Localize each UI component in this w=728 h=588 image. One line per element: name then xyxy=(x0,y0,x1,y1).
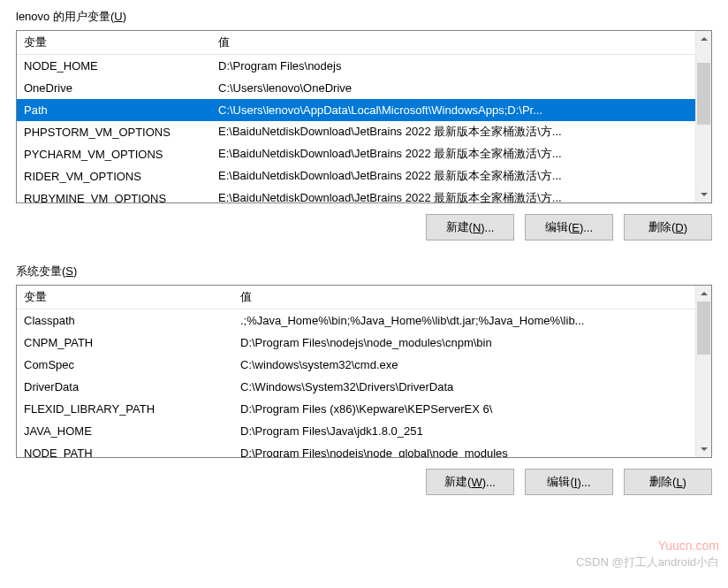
edit-button[interactable]: 编辑(I)... xyxy=(525,469,613,495)
system-variables-section: 系统变量(S) 变量 值 Classpath.;%Java_Home%\bin;… xyxy=(0,255,728,509)
user-variables-table-container: 变量 值 NODE_HOMED:\Program Files\nodejsOne… xyxy=(16,30,712,203)
table-row[interactable]: NODE_HOMED:\Program Files\nodejs xyxy=(17,55,695,77)
cell-variable: PHPSTORM_VM_OPTIONS xyxy=(17,121,211,143)
delete-button[interactable]: 删除(L) xyxy=(624,469,712,495)
column-header-value[interactable]: 值 xyxy=(233,286,695,309)
table-row[interactable]: PHPSTORM_VM_OPTIONSE:\BaiduNetdiskDownlo… xyxy=(17,121,695,143)
cell-value: E:\BaiduNetdiskDownload\JetBrains 2022 最… xyxy=(211,143,695,165)
system-variables-table[interactable]: 变量 值 Classpath.;%Java_Home%\bin;%Java_Ho… xyxy=(17,286,695,457)
table-row[interactable]: RUBYMINE_VM_OPTIONSE:\BaiduNetdiskDownlo… xyxy=(17,187,695,203)
user-variables-section: lenovo 的用户变量(U) 变量 值 NODE_HOMED:\Program… xyxy=(0,0,728,255)
table-row[interactable]: OneDriveC:\Users\lenovo\OneDrive xyxy=(17,77,695,99)
cell-variable: CNPM_PATH xyxy=(17,332,233,354)
user-variables-table[interactable]: 变量 值 NODE_HOMED:\Program Files\nodejsOne… xyxy=(17,31,695,202)
system-section-label: 系统变量(S) xyxy=(16,263,712,279)
cell-variable: Path xyxy=(17,99,211,121)
cell-value: C:\Users\lenovo\AppData\Local\Microsoft\… xyxy=(211,99,695,121)
edit-button[interactable]: 编辑(E)... xyxy=(525,214,613,241)
user-buttons-row: 新建(N)... 编辑(E)... 删除(D) xyxy=(16,203,712,255)
cell-variable: RUBYMINE_VM_OPTIONS xyxy=(17,187,211,203)
new-button[interactable]: 新建(N)... xyxy=(426,214,514,241)
table-header-row: 变量 值 xyxy=(17,31,695,55)
table-row[interactable]: PathC:\Users\lenovo\AppData\Local\Micros… xyxy=(17,99,695,121)
cell-value: E:\BaiduNetdiskDownload\JetBrains 2022 最… xyxy=(211,187,695,203)
table-row[interactable]: DriverDataC:\Windows\System32\Drivers\Dr… xyxy=(17,376,695,398)
table-row[interactable]: RIDER_VM_OPTIONSE:\BaiduNetdiskDownload\… xyxy=(17,165,695,187)
system-variables-table-container: 变量 值 Classpath.;%Java_Home%\bin;%Java_Ho… xyxy=(16,285,712,458)
cell-value: D:\Program Files (x86)\Kepware\KEPServer… xyxy=(233,398,695,420)
watermark-csdn: CSDN @打工人android小白 xyxy=(576,554,719,570)
scrollbar[interactable] xyxy=(695,286,711,457)
scroll-track[interactable] xyxy=(696,302,711,441)
scroll-thumb[interactable] xyxy=(697,63,710,125)
cell-variable: FLEXID_LIBRARY_PATH xyxy=(17,398,233,420)
column-header-variable[interactable]: 变量 xyxy=(17,31,211,55)
delete-button[interactable]: 删除(D) xyxy=(624,214,712,241)
watermark-yuucn: Yuucn.com xyxy=(658,538,719,553)
cell-value: D:\Program Files\nodejs xyxy=(211,55,695,77)
cell-value: D:\Program Files\Java\jdk1.8.0_251 xyxy=(233,420,695,442)
scroll-up-button[interactable] xyxy=(696,31,711,47)
scrollbar[interactable] xyxy=(695,31,711,202)
table-row[interactable]: PYCHARM_VM_OPTIONSE:\BaiduNetdiskDownloa… xyxy=(17,143,695,165)
cell-value: C:\Users\lenovo\OneDrive xyxy=(211,77,695,99)
cell-value: D:\Program Files\nodejs\node_global\node… xyxy=(233,442,695,458)
table-header-row: 变量 值 xyxy=(17,286,695,309)
table-row[interactable]: FLEXID_LIBRARY_PATHD:\Program Files (x86… xyxy=(17,398,695,420)
cell-variable: DriverData xyxy=(17,376,233,398)
cell-variable: ComSpec xyxy=(17,354,233,376)
table-row[interactable]: CNPM_PATHD:\Program Files\nodejs\node_mo… xyxy=(17,332,695,354)
scroll-track[interactable] xyxy=(696,47,711,187)
table-row[interactable]: JAVA_HOMED:\Program Files\Java\jdk1.8.0_… xyxy=(17,420,695,442)
table-row[interactable]: ComSpecC:\windows\system32\cmd.exe xyxy=(17,354,695,376)
column-header-variable[interactable]: 变量 xyxy=(17,286,233,309)
cell-variable: NODE_PATH xyxy=(17,442,233,458)
table-row[interactable]: Classpath.;%Java_Home%\bin;%Java_Home%\l… xyxy=(17,309,695,332)
cell-variable: Classpath xyxy=(17,309,233,332)
table-row[interactable]: NODE_PATHD:\Program Files\nodejs\node_gl… xyxy=(17,442,695,458)
cell-value: E:\BaiduNetdiskDownload\JetBrains 2022 最… xyxy=(211,121,695,143)
cell-value: C:\Windows\System32\Drivers\DriverData xyxy=(233,376,695,398)
cell-value: C:\windows\system32\cmd.exe xyxy=(233,354,695,376)
column-header-value[interactable]: 值 xyxy=(211,31,695,55)
cell-value: D:\Program Files\nodejs\node_modules\cnp… xyxy=(233,332,695,354)
cell-variable: RIDER_VM_OPTIONS xyxy=(17,165,211,187)
new-button[interactable]: 新建(W)... xyxy=(426,469,514,495)
scroll-up-button[interactable] xyxy=(696,286,711,302)
scroll-down-button[interactable] xyxy=(696,187,711,202)
scroll-thumb[interactable] xyxy=(697,302,710,355)
cell-variable: NODE_HOME xyxy=(17,55,211,77)
system-buttons-row: 新建(W)... 编辑(I)... 删除(L) xyxy=(16,458,712,509)
cell-variable: JAVA_HOME xyxy=(17,420,233,442)
cell-variable: PYCHARM_VM_OPTIONS xyxy=(17,143,211,165)
cell-variable: OneDrive xyxy=(17,77,211,99)
cell-value: .;%Java_Home%\bin;%Java_Home%\lib\dt.jar… xyxy=(233,309,695,332)
cell-value: E:\BaiduNetdiskDownload\JetBrains 2022 最… xyxy=(211,165,695,187)
user-section-label: lenovo 的用户变量(U) xyxy=(16,9,712,25)
scroll-down-button[interactable] xyxy=(696,441,711,457)
